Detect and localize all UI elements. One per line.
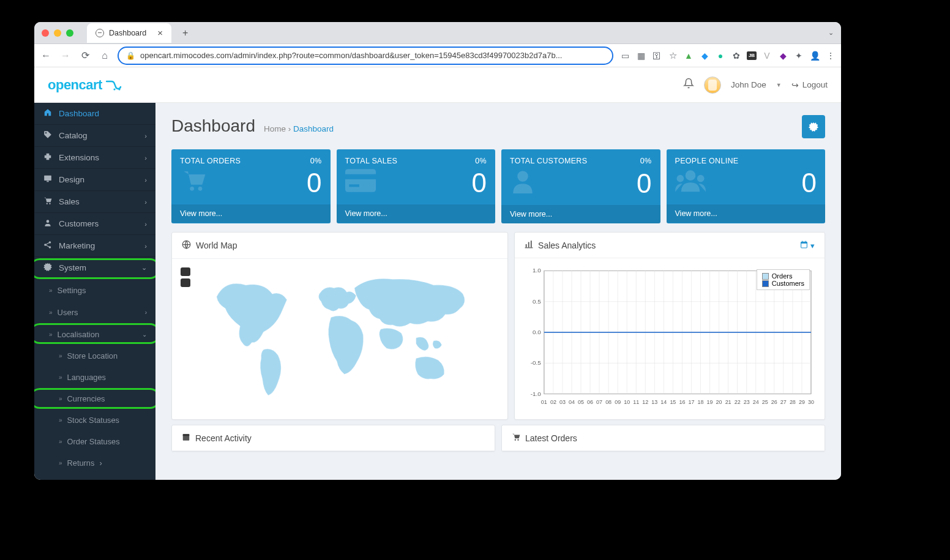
sidebar-item-system[interactable]: System ⌄ [34,257,155,279]
zoom-out-button[interactable] [181,278,190,287]
gear-ext-icon[interactable]: ✿ [731,50,742,61]
sidebar-item-label: Catalog [59,131,88,140]
tile-view-more[interactable]: View more... [337,204,496,223]
panels-row-2: Recent Activity Latest Orders [155,425,841,457]
user-name[interactable]: John Doe [731,80,766,89]
svg-text:01: 01 [541,399,547,405]
zoom-in-button[interactable] [181,267,190,276]
sidebar-sub2-store-location[interactable]: » Store Location [34,345,155,367]
sidebar-item-customers[interactable]: Customers › [34,213,155,235]
svg-text:-0.5: -0.5 [531,359,542,366]
double-chevron-icon: » [59,395,62,402]
reload-button[interactable]: ⟳ [78,50,92,61]
close-tab-icon[interactable]: × [157,28,163,38]
tabs-caret-icon[interactable]: ⌄ [828,29,834,37]
logout-button[interactable]: ↪ Logout [791,80,828,90]
sidebar-sub2-languages[interactable]: » Languages [34,367,155,388]
key-icon[interactable]: ⚿ [651,50,662,61]
svg-point-1 [118,88,120,90]
home-button[interactable]: ⌂ [98,50,111,61]
cart-icon [43,196,53,207]
drive-icon[interactable]: ▲ [683,50,694,61]
sidebar-item-dashboard[interactable]: Dashboard [34,103,155,125]
avatar[interactable] [704,77,721,94]
url-field[interactable]: 🔒 opencart.mimocodes.com/admin/index.php… [118,47,613,65]
browser-tab[interactable]: Dashboard × [87,23,171,43]
panel-head: Sales Analytics ▾ [515,233,825,258]
svg-text:-1.0: -1.0 [531,390,542,397]
svg-text:19: 19 [707,399,713,405]
sidebar-sub-settings[interactable]: » Settings [34,279,155,301]
breadcrumb: Home › Dashboard [264,124,334,133]
panels-row-1: World Map [155,223,841,425]
kebab-menu-icon[interactable]: ⋮ [825,50,836,61]
panel-latest-orders: Latest Orders [501,425,825,452]
chevron-right-icon: › [144,176,147,184]
sidebar-item-extensions[interactable]: Extensions › [34,147,155,169]
sidebar-sub-localisation[interactable]: » Localisation ⌄ [34,323,155,345]
chevron-down-icon: ⌄ [142,331,147,338]
tile-value: 0 [307,168,321,198]
chevron-right-icon: › [145,309,147,316]
svg-text:22: 22 [735,399,741,405]
tile-view-more[interactable]: View more... [171,204,331,223]
svg-text:27: 27 [780,399,787,405]
panel-head: World Map [172,233,507,259]
chart-legend: Orders Customers [757,269,810,290]
svg-point-6 [47,203,48,204]
sidebar-sub2-order-statuses[interactable]: » Order Statuses [34,431,155,452]
tile-view-more[interactable]: View more... [667,204,826,223]
close-window-icon[interactable] [42,29,49,37]
panel-world-map: World Map [171,232,508,420]
breadcrumb-home[interactable]: Home [264,124,286,133]
sidebar-item-design[interactable]: Design › [34,169,155,191]
sidebar-sub2-stock-statuses[interactable]: » Stock Statuses [34,409,155,431]
bell-icon[interactable] [683,78,694,92]
svg-rect-25 [528,242,529,248]
sidebar-item-marketing[interactable]: Marketing › [34,235,155,257]
ext-diamond-icon[interactable]: ◆ [699,50,710,61]
world-map[interactable] [181,267,499,408]
globe-icon [182,240,191,251]
reader-icon[interactable]: ▭ [619,50,630,61]
brand-logo[interactable]: opencart [48,77,124,93]
svg-text:25: 25 [762,399,768,405]
tag-icon [43,130,53,141]
grammarly-icon[interactable]: ● [715,50,726,61]
card-icon [345,169,376,198]
date-range-button[interactable]: ▾ [800,241,815,250]
svg-text:13: 13 [651,399,657,405]
sidebar-sub2-returns[interactable]: » Returns › [34,452,155,474]
sidebar-item-catalog[interactable]: Catalog › [34,125,155,147]
new-tab-button[interactable]: + [182,28,188,39]
svg-text:20: 20 [716,399,722,405]
js-ext-icon[interactable]: JB [747,51,757,60]
profile-avatar-icon[interactable]: 👤 [809,50,820,61]
breadcrumb-current[interactable]: Dashboard [293,124,334,133]
chevron-down-icon[interactable]: ▼ [776,82,782,88]
sidebar-item-label: Customers [59,219,99,228]
sidebar-item-label: Marketing [59,241,95,250]
breadcrumb-sep: › [288,124,293,133]
gear-icon [43,263,53,273]
tile-total-sales: TOTAL SALES0% 0 View more... [337,149,496,223]
maximize-window-icon[interactable] [66,29,73,37]
sidebar-sub-users[interactable]: » Users › [34,301,155,323]
svg-rect-2 [708,80,717,91]
sidebar-item-sales[interactable]: Sales › [34,191,155,213]
star-icon[interactable]: ☆ [667,50,678,61]
svg-text:28: 28 [790,399,796,405]
svg-text:04: 04 [569,399,575,405]
double-chevron-icon: » [59,353,62,359]
v-ext-icon[interactable]: V [761,50,772,61]
tile-value: 0 [637,168,651,199]
sidebar-sub2-currencies[interactable]: » Currencies [34,388,155,409]
minimize-window-icon[interactable] [54,29,61,37]
shield-ext-icon[interactable]: ◆ [777,50,788,61]
qr-icon[interactable]: ▦ [635,50,646,61]
settings-button[interactable] [802,115,825,138]
back-button[interactable]: ← [39,50,53,61]
tile-view-more[interactable]: View more... [501,205,660,223]
puzzle-icon[interactable]: ✦ [793,50,804,61]
chevron-right-icon: › [144,242,147,250]
